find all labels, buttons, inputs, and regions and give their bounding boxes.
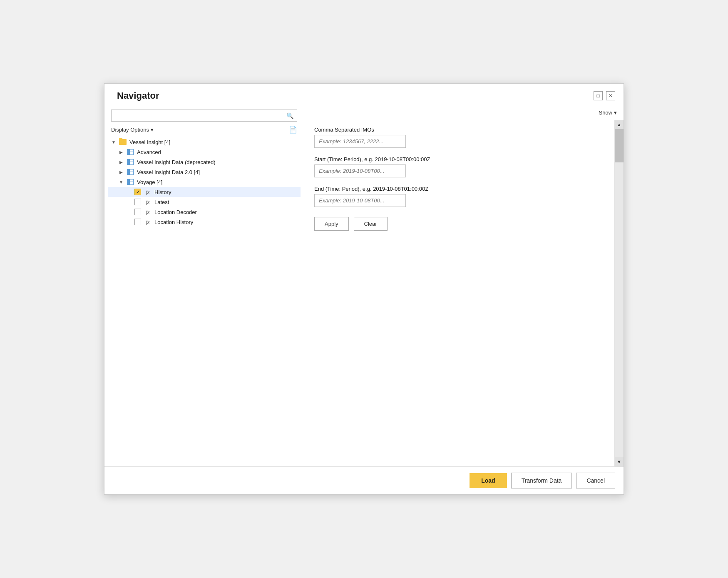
check-mark-history: ✓ [136,189,140,195]
display-options-label: Display Options [111,127,149,133]
export-icon: 📄 [289,126,297,133]
fx-icon-location-history: fx [144,219,152,225]
table-icon-v2 [126,169,134,175]
toggle-vessel-insight-v2: ▶ [118,170,124,174]
toggle-vessel-insight: ▼ [110,140,117,144]
title-bar: Navigator □ ✕ [104,84,624,105]
form-buttons: Apply Clear [314,217,604,231]
location-decoder-label: Location Decoder [154,209,197,215]
voyage-label: Voyage [4] [137,179,162,185]
toggle-advanced: ▶ [118,150,124,154]
tree-area: ▼ Vessel Insight [4] ▶ Advanc [104,137,304,462]
fx-icon-location-decoder: fx [144,209,152,215]
tree-item-voyage[interactable]: ▼ Voyage [4] [108,177,301,187]
vessel-insight-deprecated-label: Vessel Insight Data (deprecated) [137,159,216,165]
imos-label: Comma Separated IMOs [314,127,604,133]
right-top-bar: Show ▾ [304,105,624,120]
advanced-label: Advanced [137,149,161,155]
table-icon-advanced [126,149,134,155]
toggle-voyage: ▼ [118,180,124,184]
tree-item-location-history[interactable]: fx Location History [108,217,301,227]
cancel-button[interactable]: Cancel [576,473,615,488]
fx-icon-history: fx [144,189,152,195]
checkbox-history[interactable]: ✓ [134,189,141,195]
scroll-up-button[interactable]: ▲ [615,120,624,129]
display-options-bar: Display Options ▾ 📄 [111,126,297,134]
scroll-down-button[interactable]: ▼ [615,457,624,466]
window-controls: □ ✕ [594,91,615,100]
apply-button[interactable]: Apply [314,217,349,231]
toggle-vessel-insight-deprecated: ▶ [118,160,124,164]
tree-item-vessel-insight-v2[interactable]: ▶ Vessel Insight Data 2.0 [4] [108,167,301,177]
search-icon-button[interactable]: 🔍 [283,111,297,121]
checkbox-location-decoder[interactable] [134,209,141,215]
navigator-dialog: Navigator □ ✕ 🔍 Display Options ▾ 📄 [104,83,624,495]
right-content: Comma Separated IMOs Start (Time: Period… [304,120,624,466]
start-input[interactable] [314,164,406,177]
show-arrow: ▾ [614,110,617,116]
left-panel: 🔍 Display Options ▾ 📄 ▼ [104,105,304,466]
transform-data-button[interactable]: Transform Data [511,473,572,488]
field-group-end: End (Time: Period), e.g. 2019-10-08T01:0… [314,186,604,207]
folder-icon-vessel-insight [119,139,127,145]
checkbox-location-history[interactable] [134,219,141,225]
right-panel: Show ▾ Comma Separated IMOs Start (Time:… [304,105,624,466]
clear-button[interactable]: Clear [354,217,388,231]
search-input[interactable] [112,110,283,121]
field-group-start: Start (Time: Period), e.g. 2019-10-08T00… [314,156,604,177]
fx-icon-latest: fx [144,199,152,205]
dialog-title: Navigator [117,90,159,101]
content-area: 🔍 Display Options ▾ 📄 ▼ [104,105,624,466]
tree-item-location-decoder[interactable]: fx Location Decoder [108,207,301,217]
start-label: Start (Time: Period), e.g. 2019-10-08T00… [314,156,604,162]
tree-item-vessel-insight-deprecated[interactable]: ▶ Vessel Insight Data (deprecated) [108,157,301,167]
bottom-bar: Load Transform Data Cancel [104,466,624,494]
tree-item-latest[interactable]: fx Latest [108,197,301,207]
table-icon-voyage [126,179,134,185]
export-button[interactable]: 📄 [289,126,297,134]
end-label: End (Time: Period), e.g. 2019-10-08T01:0… [314,186,604,192]
checkbox-latest[interactable] [134,199,141,205]
display-options-arrow: ▾ [151,127,154,133]
end-input[interactable] [314,194,406,207]
form-area: Comma Separated IMOs Start (Time: Period… [304,120,614,466]
tree-item-advanced[interactable]: ▶ Advanced [108,147,301,157]
table-icon-deprecated [126,159,134,165]
divider [324,235,594,235]
field-group-imos: Comma Separated IMOs [314,127,604,148]
load-button[interactable]: Load [470,473,507,488]
scrollbar: ▲ ▼ [614,120,624,466]
show-button[interactable]: Show ▾ [599,110,617,116]
latest-label: Latest [154,199,169,205]
vessel-insight-label: Vessel Insight [4] [129,139,170,145]
search-bar: 🔍 [111,110,297,122]
close-button[interactable]: ✕ [606,91,615,100]
scroll-track [615,129,624,457]
history-label: History [154,189,171,195]
minimize-button[interactable]: □ [594,91,603,100]
display-options-button[interactable]: Display Options ▾ [111,127,154,133]
tree-item-history[interactable]: ✓ fx History [108,187,301,197]
vessel-insight-v2-label: Vessel Insight Data 2.0 [4] [137,169,200,175]
scroll-thumb [615,129,624,162]
tree-item-vessel-insight[interactable]: ▼ Vessel Insight [4] [108,137,301,147]
location-history-label: Location History [154,219,193,225]
imos-input[interactable] [314,135,406,148]
show-label: Show [599,110,612,116]
